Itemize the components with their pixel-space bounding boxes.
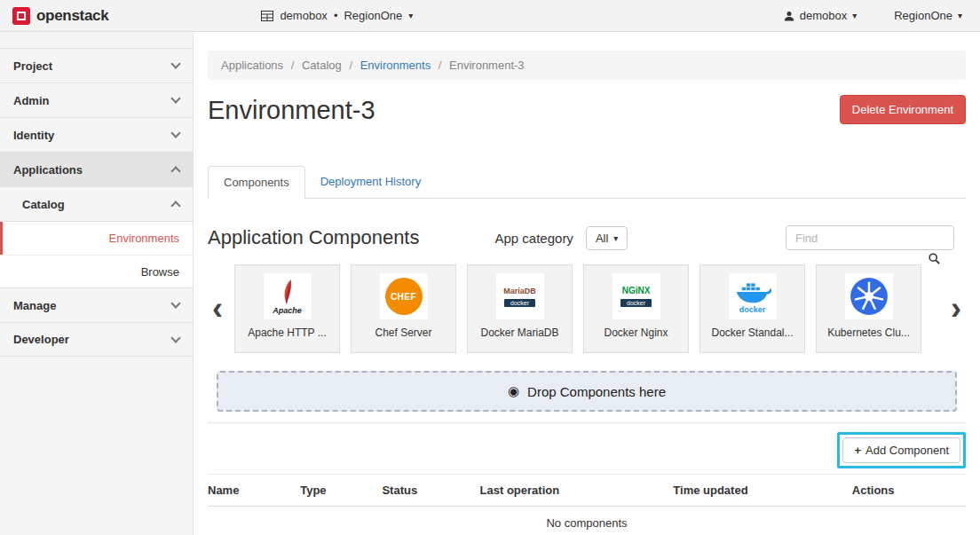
project-region-switcher[interactable]: demobox • RegionOne ▾ — [261, 9, 413, 22]
column-header-actions: Actions — [852, 475, 966, 507]
sidebar-catalog-group: Environments Browse — [0, 221, 193, 287]
sidebar-label-environments: Environments — [109, 232, 179, 245]
app-category-value: All — [596, 232, 608, 245]
carousel-prev-button[interactable]: ‹ — [208, 266, 227, 351]
mariadb-logo-text: MariaDB — [503, 287, 536, 295]
docker-whale-icon: docker — [729, 273, 777, 319]
sidebar-label-project: Project — [13, 59, 52, 73]
tab-components[interactable]: Components — [208, 166, 305, 199]
find-wrapper — [786, 225, 954, 250]
sidebar-item-catalog[interactable]: Catalog — [0, 186, 193, 221]
component-card-nginx[interactable]: NGiNX docker Docker Nginx — [583, 264, 689, 353]
mariadb-logo-icon: MariaDB docker — [496, 273, 544, 319]
user-menu[interactable]: demobox ▾ — [784, 9, 858, 22]
component-card-name: Docker Nginx — [604, 327, 668, 339]
caret-down-icon: ▾ — [613, 233, 618, 243]
components-table: Name Type Status Last operation Time upd… — [208, 474, 966, 535]
find-input[interactable] — [786, 225, 954, 250]
breadcrumb-separator: / — [439, 59, 442, 72]
component-card-kubernetes[interactable]: Kubernetes Clu... — [816, 264, 921, 353]
docker-badge: docker — [620, 299, 652, 307]
tab-deployment-history[interactable]: Deployment History — [305, 166, 436, 198]
apache-logo-text: Apache — [273, 306, 302, 315]
column-header-time-updated: Time updated — [673, 475, 852, 507]
openstack-logo-icon — [12, 7, 30, 25]
sidebar-item-project[interactable]: Project — [0, 48, 193, 83]
breadcrumb-separator: / — [291, 59, 295, 72]
nginx-logo-icon: NGiNX docker — [612, 273, 660, 319]
chef-logo-text: CHEF — [391, 292, 416, 302]
component-card-name: Chef Server — [375, 327, 431, 339]
component-card-name: Apache HTTP ... — [248, 327, 326, 339]
breadcrumb: Applications / Catalog / Environments / … — [208, 51, 966, 80]
sidebar-item-admin[interactable]: Admin — [0, 83, 193, 117]
caret-down-icon: ▾ — [408, 11, 413, 20]
delete-environment-button[interactable]: Delete Environment — [840, 95, 966, 124]
region-menu[interactable]: RegionOne ▾ — [894, 9, 962, 22]
component-card-chef[interactable]: CHEF Chef Server — [351, 264, 456, 353]
add-component-label: Add Component — [865, 444, 949, 457]
plus-icon: + — [854, 444, 861, 457]
drop-target-icon: ◉ — [508, 383, 519, 399]
component-card-name: Docker MariaDB — [480, 327, 558, 339]
component-cards: Apache Apache HTTP ... CHEF Chef Server … — [234, 264, 939, 353]
app-category-dropdown[interactable]: All ▾ — [586, 226, 628, 250]
docker-logo-text: docker — [739, 305, 766, 314]
sidebar-item-browse[interactable]: Browse — [0, 255, 193, 287]
sidebar-label-manage: Manage — [13, 299, 56, 312]
sidebar-item-developer[interactable]: Developer — [0, 322, 193, 357]
component-card-docker[interactable]: docker Docker Standal... — [699, 264, 805, 353]
column-header-status: Status — [382, 475, 479, 507]
apache-feather-icon: Apache — [264, 273, 312, 319]
openstack-brand[interactable]: openstack — [12, 7, 108, 25]
sidebar-item-manage[interactable]: Manage — [0, 287, 193, 322]
user-name: demobox — [800, 9, 847, 22]
table-header-row: Name Type Status Last operation Time upd… — [208, 475, 966, 507]
component-card-name: Kubernetes Clu... — [827, 327, 910, 339]
tab-bar: Components Deployment History — [208, 166, 966, 199]
search-icon[interactable] — [929, 253, 940, 264]
add-component-button[interactable]: + Add Component — [842, 437, 960, 463]
sidebar-label-applications: Applications — [13, 163, 83, 177]
component-card-apache[interactable]: Apache Apache HTTP ... — [234, 264, 340, 353]
region-name: RegionOne — [894, 9, 952, 22]
dropzone-text: Drop Components here — [527, 384, 666, 399]
sidebar-label-browse: Browse — [141, 265, 179, 279]
kubernetes-helm-icon — [845, 273, 893, 319]
components-carousel: ‹ Apache Apache HTTP ... CHE — [208, 264, 966, 353]
sidebar: Project Admin Identity Applications Cata… — [0, 32, 194, 535]
column-header-name: Name — [208, 475, 300, 507]
sidebar-item-identity[interactable]: Identity — [0, 117, 193, 152]
context-separator: • — [334, 9, 338, 22]
sidebar-item-environments[interactable]: Environments — [0, 222, 193, 255]
context-project: demobox — [280, 9, 327, 22]
sidebar-label-identity: Identity — [13, 129, 54, 142]
app-category-label: App category — [494, 231, 573, 246]
domain-grid-icon — [261, 11, 273, 21]
section-divider — [208, 422, 966, 423]
empty-message: No components — [208, 507, 966, 535]
caret-down-icon: ▾ — [958, 11, 962, 20]
brand-text: openstack — [36, 7, 108, 25]
main-content: Applications / Catalog / Environments / … — [194, 32, 980, 535]
component-card-mariadb[interactable]: MariaDB docker Docker MariaDB — [467, 264, 573, 353]
chevron-down-icon — [170, 128, 180, 138]
table-empty-row: No components — [208, 507, 966, 535]
chef-circle: CHEF — [385, 278, 423, 315]
breadcrumb-applications: Applications — [221, 59, 283, 72]
breadcrumb-environments-link[interactable]: Environments — [360, 59, 431, 72]
sidebar-label-catalog: Catalog — [22, 198, 65, 211]
breadcrumb-catalog: Catalog — [302, 59, 342, 72]
sidebar-item-applications[interactable]: Applications — [0, 152, 193, 186]
nginx-logo-text: NGiNX — [622, 286, 651, 295]
breadcrumb-separator: / — [349, 59, 352, 72]
topbar: openstack demobox • RegionOne ▾ demobox … — [0, 0, 980, 32]
user-icon — [784, 11, 794, 21]
drop-components-zone[interactable]: ◉ Drop Components here — [217, 371, 957, 412]
sidebar-label-admin: Admin — [13, 94, 49, 107]
breadcrumb-current: Environment-3 — [449, 59, 525, 72]
add-component-highlight: + Add Component — [837, 432, 966, 468]
chef-logo-icon: CHEF — [380, 273, 428, 319]
components-header: Application Components App category All … — [208, 225, 966, 250]
carousel-next-button[interactable]: › — [946, 266, 966, 351]
